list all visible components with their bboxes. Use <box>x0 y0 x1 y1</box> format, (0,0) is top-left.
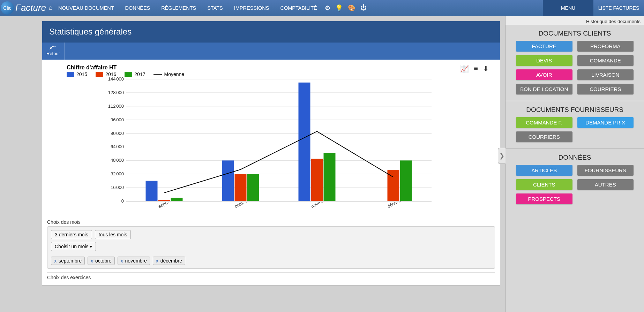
palette-icon[interactable]: 🎨 <box>348 4 355 12</box>
svg-rect-20 <box>146 181 158 201</box>
svg-text:80 000: 80 000 <box>111 131 124 136</box>
section-clients-title: DOCUMENTS CLIENTS <box>506 30 644 37</box>
logo-circle: Clic <box>1 1 14 15</box>
svg-text:112 000: 112 000 <box>108 104 124 109</box>
nav-reglements[interactable]: RÈGLEMENTS <box>156 5 202 11</box>
tab-liste-factures[interactable]: LISTE FACTURES <box>593 0 644 16</box>
chart-list-icon[interactable]: ≡ <box>474 64 478 73</box>
nav-stats[interactable]: STATS <box>202 5 229 11</box>
btn-tous-les-mois[interactable]: tous les mois <box>95 230 131 239</box>
svg-text:128 000: 128 000 <box>108 90 124 95</box>
choix-mois-row: 3 derniers mois tous les mois Choisir un… <box>47 226 495 269</box>
sb-btn-courriers[interactable]: COURRIERS <box>516 131 572 142</box>
chart-download-icon[interactable]: ⬇ <box>483 64 489 73</box>
svg-text:64 000: 64 000 <box>111 144 124 149</box>
svg-rect-30 <box>324 153 336 201</box>
history-link[interactable]: Historique des documents <box>506 16 644 25</box>
nav-comptabilite[interactable]: COMPTABILITÉ <box>275 5 322 11</box>
choix-exercices-label: Choix des exercices <box>47 275 495 280</box>
sb-btn-autres[interactable]: AUTRES <box>577 179 634 190</box>
svg-text:0: 0 <box>121 198 124 204</box>
choix-mois-label: Choix des mois <box>47 219 495 225</box>
svg-rect-28 <box>299 83 310 201</box>
section-donnees-title: DONNÉES <box>506 154 644 161</box>
nav-donnees[interactable]: DONNÉES <box>120 5 156 11</box>
svg-rect-22 <box>171 198 183 201</box>
power-icon[interactable]: ⏻ <box>360 4 367 12</box>
svg-rect-24 <box>222 160 234 201</box>
sb-btn-proforma[interactable]: PROFORMA <box>577 41 634 52</box>
logo[interactable]: Clic Facture <box>0 1 49 15</box>
sb-btn-prospects[interactable]: PROSPECTS <box>516 193 572 204</box>
home-icon[interactable]: ⌂ <box>49 4 53 12</box>
sb-btn-demande-prix[interactable]: DEMANDE PRIX <box>577 117 634 128</box>
sb-btn-clients[interactable]: CLIENTS <box>516 179 572 190</box>
logo-text: Facture <box>15 2 46 13</box>
sb-btn-commande[interactable]: COMMANDE <box>577 55 634 66</box>
svg-rect-29 <box>311 159 323 201</box>
page-title: Statistiques générales <box>42 21 500 42</box>
chart-legend: 2015 2016 2017 Moyenne <box>67 71 494 77</box>
gear-icon[interactable]: ⚙ <box>325 4 330 12</box>
sb-btn-devis[interactable]: DEVIS <box>516 55 572 66</box>
bulb-icon[interactable]: 💡 <box>335 4 343 12</box>
nav-impressions[interactable]: IMPRESSIONS <box>229 5 275 11</box>
svg-text:48 000: 48 000 <box>111 158 124 163</box>
sb-btn-livraison[interactable]: LIVRAISON <box>577 69 634 80</box>
svg-rect-33 <box>400 160 412 201</box>
sb-btn-articles[interactable]: ARTICLES <box>516 165 572 176</box>
nav-nouveau-document[interactable]: NOUVEAU DOCUMENT <box>53 5 120 11</box>
sb-btn-commande-f-[interactable]: COMMANDE F. <box>516 117 572 128</box>
chart-type-icon[interactable]: 📈 <box>460 64 469 73</box>
back-label: Retour <box>46 51 60 56</box>
btn-3-derniers-mois[interactable]: 3 derniers mois <box>51 230 92 239</box>
svg-text:96 000: 96 000 <box>111 117 124 122</box>
svg-text:16 000: 16 000 <box>111 185 124 190</box>
chip-novembre[interactable]: x novembre <box>118 257 150 265</box>
svg-rect-26 <box>247 174 259 201</box>
sb-btn-fournisseurs[interactable]: FOURNISSEURS <box>577 165 634 176</box>
sidebar-collapse[interactable]: ❯ <box>498 148 506 164</box>
dropdown-choisir-mois[interactable]: Choisir un mois ▾ <box>51 242 96 251</box>
tab-menu[interactable]: MENU <box>543 0 593 16</box>
sb-btn-avoir[interactable]: AVOIR <box>516 69 572 80</box>
svg-rect-25 <box>235 174 247 201</box>
chip-decembre[interactable]: x décembre <box>153 257 185 265</box>
chip-septembre[interactable]: x septembre <box>51 257 85 265</box>
chart-title: Chiffre d'affaire HT <box>67 64 494 71</box>
svg-text:32 000: 32 000 <box>111 171 124 176</box>
svg-text:144 000: 144 000 <box>108 77 124 82</box>
section-fournisseurs-title: DOCUMENTS FOURNISSEURS <box>506 106 644 114</box>
back-arrow-icon <box>50 45 57 51</box>
chart-canvas: 016 00032 00048 00064 00080 00096 000112… <box>48 77 494 215</box>
sb-btn-facture[interactable]: FACTURE <box>516 41 572 52</box>
back-button[interactable]: Retour <box>42 43 65 60</box>
chip-octobre[interactable]: x octobre <box>88 257 115 265</box>
sb-btn-bon-de-location[interactable]: BON DE LOCATION <box>516 84 572 94</box>
sb-btn-courriers[interactable]: COURRIERS <box>577 84 634 94</box>
